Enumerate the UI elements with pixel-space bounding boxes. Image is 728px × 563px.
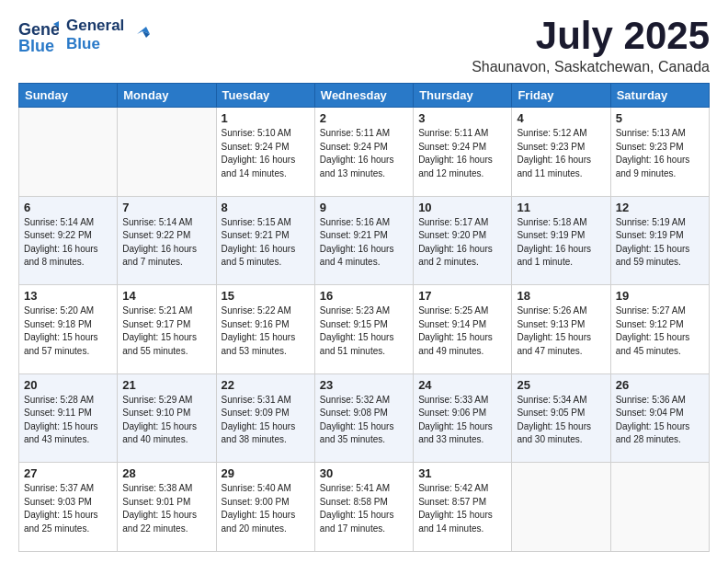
day-info: Sunrise: 5:37 AM Sunset: 9:03 PM Dayligh… (24, 482, 112, 535)
calendar-cell: 26Sunrise: 5:36 AM Sunset: 9:04 PM Dayli… (610, 373, 709, 463)
day-info: Sunrise: 5:29 AM Sunset: 9:10 PM Dayligh… (122, 394, 210, 447)
day-number: 17 (418, 289, 506, 303)
calendar-cell: 12Sunrise: 5:19 AM Sunset: 9:19 PM Dayli… (610, 196, 709, 285)
day-info: Sunrise: 5:38 AM Sunset: 9:01 PM Dayligh… (122, 482, 210, 535)
col-saturday: Saturday (610, 84, 709, 108)
logo-general: General (66, 17, 124, 35)
day-number: 15 (222, 289, 310, 303)
title-block: July 2025 Shaunavon, Saskatchewan, Canad… (472, 15, 710, 75)
day-info: Sunrise: 5:20 AM Sunset: 9:18 PM Dayligh… (24, 304, 112, 358)
day-info: Sunrise: 5:40 AM Sunset: 9:00 PM Dayligh… (222, 482, 310, 535)
day-number: 16 (320, 289, 408, 303)
day-info: Sunrise: 5:36 AM Sunset: 9:04 PM Dayligh… (616, 394, 704, 447)
calendar-cell: 25Sunrise: 5:34 AM Sunset: 9:05 PM Dayli… (512, 373, 610, 463)
calendar-week-row: 20Sunrise: 5:28 AM Sunset: 9:11 PM Dayli… (19, 373, 710, 463)
day-info: Sunrise: 5:18 AM Sunset: 9:19 PM Dayligh… (517, 216, 605, 270)
calendar-cell: 17Sunrise: 5:25 AM Sunset: 9:14 PM Dayli… (414, 285, 512, 374)
calendar-cell: 19Sunrise: 5:27 AM Sunset: 9:12 PM Dayli… (610, 285, 709, 374)
calendar-cell: 10Sunrise: 5:17 AM Sunset: 9:20 PM Dayli… (414, 196, 512, 285)
day-number: 1 (222, 111, 310, 125)
calendar-week-row: 27Sunrise: 5:37 AM Sunset: 9:03 PM Dayli… (19, 463, 710, 552)
day-info: Sunrise: 5:14 AM Sunset: 9:22 PM Dayligh… (122, 216, 210, 270)
logo-bird-icon (130, 21, 150, 41)
calendar-cell (610, 463, 709, 552)
calendar-cell: 5Sunrise: 5:13 AM Sunset: 9:23 PM Daylig… (610, 108, 709, 197)
calendar-cell: 3Sunrise: 5:11 AM Sunset: 9:24 PM Daylig… (414, 108, 512, 197)
day-info: Sunrise: 5:14 AM Sunset: 9:22 PM Dayligh… (24, 216, 112, 270)
day-info: Sunrise: 5:11 AM Sunset: 9:24 PM Dayligh… (320, 127, 408, 180)
day-info: Sunrise: 5:41 AM Sunset: 8:58 PM Dayligh… (320, 482, 408, 535)
page: General Blue General Blue July 2025 Shau… (0, 0, 728, 563)
day-info: Sunrise: 5:21 AM Sunset: 9:17 PM Dayligh… (122, 304, 210, 358)
day-number: 18 (517, 289, 605, 303)
calendar-week-row: 13Sunrise: 5:20 AM Sunset: 9:18 PM Dayli… (19, 285, 710, 374)
day-info: Sunrise: 5:42 AM Sunset: 8:57 PM Dayligh… (418, 482, 506, 535)
calendar-cell: 8Sunrise: 5:15 AM Sunset: 9:21 PM Daylig… (216, 196, 314, 285)
calendar-cell: 6Sunrise: 5:14 AM Sunset: 9:22 PM Daylig… (19, 196, 118, 285)
day-info: Sunrise: 5:34 AM Sunset: 9:05 PM Dayligh… (517, 394, 605, 447)
day-info: Sunrise: 5:22 AM Sunset: 9:16 PM Dayligh… (222, 304, 310, 358)
calendar-cell: 13Sunrise: 5:20 AM Sunset: 9:18 PM Dayli… (19, 285, 118, 374)
day-number: 4 (517, 111, 605, 125)
day-number: 7 (122, 201, 210, 214)
day-number: 27 (24, 466, 112, 480)
logo-icon: General Blue (18, 15, 59, 55)
calendar-cell (19, 108, 118, 197)
day-number: 6 (24, 201, 112, 214)
day-info: Sunrise: 5:17 AM Sunset: 9:20 PM Dayligh… (418, 216, 506, 270)
location-title: Shaunavon, Saskatchewan, Canada (472, 59, 710, 75)
col-tuesday: Tuesday (216, 84, 314, 108)
calendar-cell: 2Sunrise: 5:11 AM Sunset: 9:24 PM Daylig… (314, 108, 413, 197)
calendar-cell: 23Sunrise: 5:32 AM Sunset: 9:08 PM Dayli… (314, 373, 413, 463)
day-info: Sunrise: 5:31 AM Sunset: 9:09 PM Dayligh… (222, 394, 310, 447)
col-wednesday: Wednesday (314, 84, 413, 108)
calendar-cell: 29Sunrise: 5:40 AM Sunset: 9:00 PM Dayli… (216, 463, 314, 552)
day-number: 9 (320, 201, 408, 214)
calendar-cell: 1Sunrise: 5:10 AM Sunset: 9:24 PM Daylig… (216, 108, 314, 197)
day-info: Sunrise: 5:28 AM Sunset: 9:11 PM Dayligh… (24, 394, 112, 447)
day-number: 3 (418, 111, 506, 125)
day-info: Sunrise: 5:16 AM Sunset: 9:21 PM Dayligh… (320, 216, 408, 270)
col-monday: Monday (118, 84, 216, 108)
calendar-cell (118, 108, 216, 197)
day-info: Sunrise: 5:13 AM Sunset: 9:23 PM Dayligh… (616, 127, 704, 180)
col-sunday: Sunday (19, 84, 118, 108)
day-number: 25 (517, 378, 605, 392)
calendar-week-row: 6Sunrise: 5:14 AM Sunset: 9:22 PM Daylig… (19, 196, 710, 285)
header: General Blue General Blue July 2025 Shau… (18, 15, 710, 75)
day-info: Sunrise: 5:27 AM Sunset: 9:12 PM Dayligh… (616, 304, 704, 358)
day-number: 2 (320, 111, 408, 125)
day-info: Sunrise: 5:12 AM Sunset: 9:23 PM Dayligh… (517, 127, 605, 180)
day-number: 14 (122, 289, 210, 303)
calendar-cell: 14Sunrise: 5:21 AM Sunset: 9:17 PM Dayli… (118, 285, 216, 374)
calendar-cell: 20Sunrise: 5:28 AM Sunset: 9:11 PM Dayli… (19, 373, 118, 463)
day-number: 13 (24, 289, 112, 303)
logo-blue: Blue (66, 35, 124, 53)
day-info: Sunrise: 5:19 AM Sunset: 9:19 PM Dayligh… (616, 216, 704, 270)
calendar-week-row: 1Sunrise: 5:10 AM Sunset: 9:24 PM Daylig… (19, 108, 710, 197)
calendar-cell: 9Sunrise: 5:16 AM Sunset: 9:21 PM Daylig… (314, 196, 413, 285)
day-info: Sunrise: 5:26 AM Sunset: 9:13 PM Dayligh… (517, 304, 605, 358)
day-number: 30 (320, 466, 408, 480)
svg-marker-3 (137, 27, 150, 34)
day-number: 20 (24, 378, 112, 392)
calendar-table: Sunday Monday Tuesday Wednesday Thursday… (18, 83, 710, 552)
month-title: July 2025 (472, 15, 710, 57)
calendar-cell: 22Sunrise: 5:31 AM Sunset: 9:09 PM Dayli… (216, 373, 314, 463)
calendar-cell: 31Sunrise: 5:42 AM Sunset: 8:57 PM Dayli… (414, 463, 512, 552)
day-info: Sunrise: 5:33 AM Sunset: 9:06 PM Dayligh… (418, 394, 506, 447)
col-thursday: Thursday (414, 84, 512, 108)
day-number: 19 (616, 289, 704, 303)
calendar-cell (512, 463, 610, 552)
calendar-header-row: Sunday Monday Tuesday Wednesday Thursday… (19, 84, 710, 108)
calendar-cell: 11Sunrise: 5:18 AM Sunset: 9:19 PM Dayli… (512, 196, 610, 285)
svg-text:General: General (18, 20, 59, 39)
calendar-cell: 30Sunrise: 5:41 AM Sunset: 8:58 PM Dayli… (314, 463, 413, 552)
day-number: 22 (222, 378, 310, 392)
calendar-cell: 15Sunrise: 5:22 AM Sunset: 9:16 PM Dayli… (216, 285, 314, 374)
calendar-cell: 4Sunrise: 5:12 AM Sunset: 9:23 PM Daylig… (512, 108, 610, 197)
day-number: 31 (418, 466, 506, 480)
calendar-cell: 21Sunrise: 5:29 AM Sunset: 9:10 PM Dayli… (118, 373, 216, 463)
calendar-cell: 16Sunrise: 5:23 AM Sunset: 9:15 PM Dayli… (314, 285, 413, 374)
day-number: 10 (418, 201, 506, 214)
